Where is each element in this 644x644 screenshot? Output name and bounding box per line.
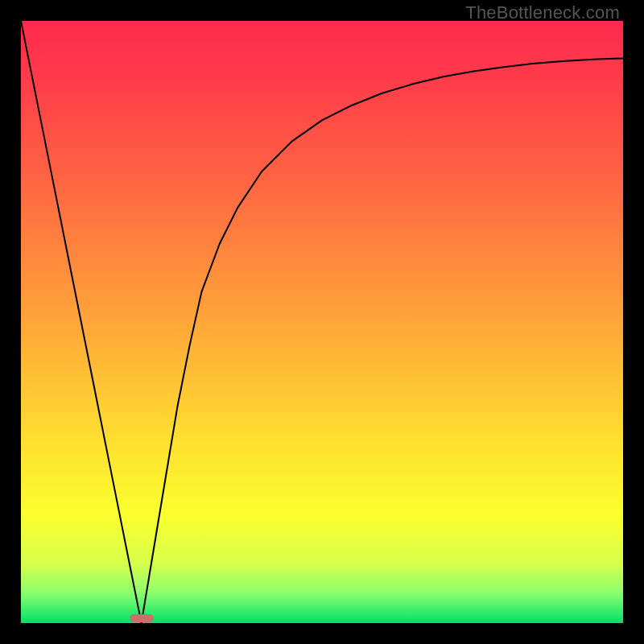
optimal-marker <box>130 614 154 622</box>
bottleneck-curve <box>21 21 623 623</box>
plot-area <box>21 21 623 623</box>
chart-frame: TheBottleneck.com <box>0 0 644 644</box>
